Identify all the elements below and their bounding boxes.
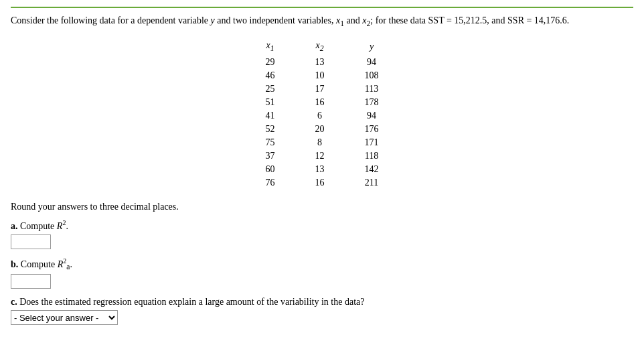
question-b-block: b. Compute R2a.: [11, 257, 633, 289]
data-table: x1 x2 y 29 13 94 46 10 108 25 17 113 51 …: [246, 39, 399, 190]
table-row: 29 13 94: [246, 56, 399, 69]
cell-x1: 46: [246, 69, 295, 82]
cell-y: 108: [345, 69, 399, 82]
y-variable: y: [211, 15, 215, 25]
cell-x2: 6: [295, 109, 345, 123]
cell-y: 113: [345, 82, 399, 96]
table-row: 75 8 171: [246, 136, 399, 149]
cell-x2: 8: [295, 136, 345, 149]
cell-x1: 75: [246, 136, 295, 149]
cell-y: 94: [345, 109, 399, 123]
table-row: 60 13 142: [246, 163, 399, 176]
cell-y: 211: [345, 176, 399, 190]
question-b-input[interactable]: [11, 274, 51, 289]
cell-x1: 51: [246, 96, 295, 109]
cell-x2: 20: [295, 123, 345, 136]
cell-x1: 52: [246, 123, 295, 136]
cell-x1: 41: [246, 109, 295, 123]
cell-x2: 13: [295, 56, 345, 69]
cell-y: 142: [345, 163, 399, 176]
question-c-label: c. Does the estimated regression equatio…: [11, 297, 633, 307]
cell-y: 178: [345, 96, 399, 109]
table-row: 46 10 108: [246, 69, 399, 82]
cell-x2: 16: [295, 176, 345, 190]
cell-y: 94: [345, 56, 399, 69]
cell-x1: 76: [246, 176, 295, 190]
question-c-block: c. Does the estimated regression equatio…: [11, 297, 633, 325]
cell-x1: 60: [246, 163, 295, 176]
cell-x2: 10: [295, 69, 345, 82]
col-header-y: y: [345, 39, 399, 56]
table-row: 25 17 113: [246, 82, 399, 96]
cell-x1: 25: [246, 82, 295, 96]
cell-x1: 29: [246, 56, 295, 69]
cell-x2: 12: [295, 149, 345, 163]
table-row: 51 16 178: [246, 96, 399, 109]
col-header-x1: x1: [246, 39, 295, 56]
problem-statement: Consider the following data for a depend…: [11, 13, 633, 29]
cell-x2: 16: [295, 96, 345, 109]
cell-y: 176: [345, 123, 399, 136]
table-row: 76 16 211: [246, 176, 399, 190]
table-row: 41 6 94: [246, 109, 399, 123]
cell-y: 118: [345, 149, 399, 163]
question-a-label: a. Compute R2.: [11, 219, 633, 232]
top-border: [11, 7, 633, 8]
question-a-block: a. Compute R2.: [11, 219, 633, 249]
round-note: Round your answers to three decimal plac…: [11, 202, 633, 212]
cell-y: 171: [345, 136, 399, 149]
question-a-input[interactable]: [11, 234, 51, 249]
question-b-label: b. Compute R2a.: [11, 257, 633, 271]
select-answer-dropdown[interactable]: - Select your answer - Yes No: [11, 310, 118, 325]
cell-x2: 13: [295, 163, 345, 176]
table-row: 37 12 118: [246, 149, 399, 163]
col-header-x2: x2: [295, 39, 345, 56]
table-row: 52 20 176: [246, 123, 399, 136]
cell-x1: 37: [246, 149, 295, 163]
cell-x2: 17: [295, 82, 345, 96]
